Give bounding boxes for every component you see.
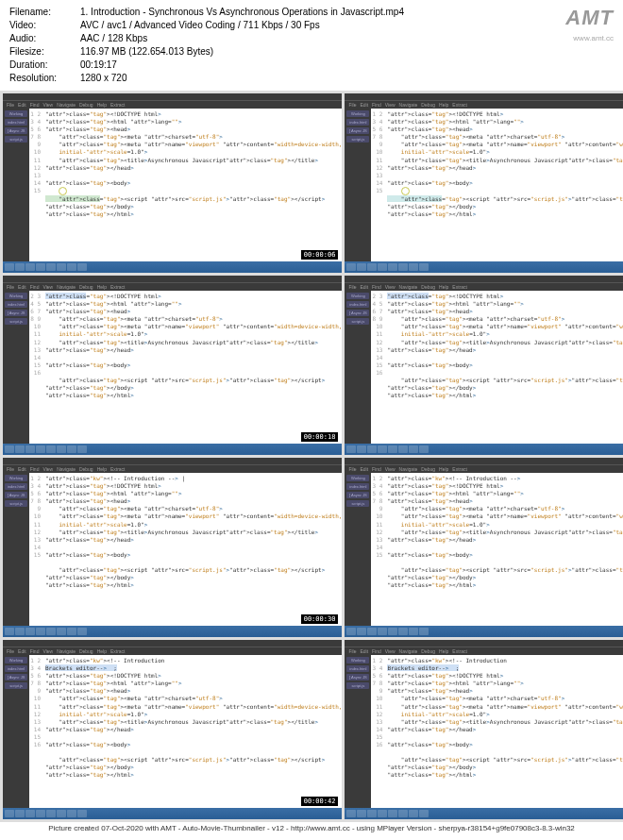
taskbar-icon[interactable] (15, 628, 25, 635)
code-editor[interactable]: 1 2 3 4 5 6 7 8 9 10 11 12 13 14 15 "att… (371, 473, 623, 626)
taskbar-icon[interactable] (378, 628, 387, 635)
menu-item[interactable]: Edit (360, 102, 368, 108)
menu-item[interactable]: Extract (452, 102, 467, 108)
menu-item[interactable]: Find (30, 648, 40, 654)
sidebar-item[interactable]: index.html (346, 483, 369, 490)
menu-item[interactable]: Extract (110, 648, 126, 654)
menu-item[interactable]: File (348, 284, 356, 290)
taskbar-icon[interactable] (378, 263, 387, 271)
sidebar-item[interactable]: index.html (5, 119, 27, 126)
taskbar-icon[interactable] (419, 263, 429, 271)
taskbar-icon[interactable] (357, 445, 366, 453)
taskbar-icon[interactable] (378, 445, 387, 453)
taskbar-icon[interactable] (15, 263, 25, 271)
sidebar-item[interactable]: Working Files (5, 110, 27, 117)
taskbar-icon[interactable] (25, 810, 35, 817)
menu-item[interactable]: Navigate (57, 102, 76, 108)
sidebar-item[interactable]: index.html (5, 483, 27, 490)
taskbar-icon[interactable] (419, 445, 429, 453)
menu-item[interactable]: Extract (110, 466, 126, 472)
taskbar-icon[interactable] (398, 263, 408, 271)
code-editor[interactable]: 1 2 3 4 5 6 7 8 9 10 11 12 13 14 15 16 "… (371, 655, 623, 808)
menu-item[interactable]: File (7, 648, 14, 654)
menu-item[interactable]: Edit (18, 102, 26, 108)
menu-item[interactable]: Navigate (399, 284, 418, 290)
sidebar-item[interactable]: Working Files (346, 293, 369, 299)
taskbar-icon[interactable] (388, 628, 397, 635)
menu-item[interactable]: Find (372, 102, 381, 108)
menu-item[interactable]: Extract (110, 284, 126, 290)
menu-item[interactable]: Debug (421, 466, 435, 472)
menu-item[interactable]: Edit (18, 648, 26, 654)
menu-item[interactable]: Find (30, 102, 40, 108)
sidebar-item[interactable]: [ Async JS Code ] (5, 127, 27, 134)
menu-item[interactable]: Find (372, 466, 381, 472)
taskbar-icon[interactable] (57, 263, 66, 271)
sidebar-item[interactable]: [ Async JS Code ] (346, 492, 369, 498)
sidebar-item[interactable]: [ Async JS Code ] (5, 492, 27, 498)
taskbar-icon[interactable] (36, 810, 45, 817)
code-editor[interactable]: 2 3 4 5 6 7 8 9 10 11 12 13 14 15 16 "at… (371, 291, 623, 444)
taskbar-icon[interactable] (25, 445, 35, 453)
taskbar-icon[interactable] (398, 628, 408, 635)
taskbar-icon[interactable] (367, 810, 377, 817)
taskbar-icon[interactable] (367, 628, 377, 635)
menu-item[interactable]: Navigate (399, 466, 418, 472)
taskbar-icon[interactable] (15, 810, 25, 817)
menu-item[interactable]: Find (372, 284, 381, 290)
sidebar-item[interactable]: Working Files (346, 657, 369, 664)
taskbar-icon[interactable] (346, 628, 356, 635)
sidebar-item[interactable]: index.html (5, 301, 27, 308)
sidebar-item[interactable]: [ Async JS Code ] (5, 674, 27, 680)
sidebar-item[interactable]: index.html (346, 119, 369, 126)
menu-item[interactable]: View (42, 466, 53, 472)
taskbar-icon[interactable] (77, 445, 87, 453)
menu-item[interactable]: Extract (452, 466, 467, 472)
taskbar-icon[interactable] (57, 445, 66, 453)
taskbar-icon[interactable] (46, 628, 56, 635)
taskbar-icon[interactable] (5, 810, 14, 817)
taskbar-icon[interactable] (409, 810, 418, 817)
sidebar-item[interactable]: Working Files (346, 110, 369, 117)
taskbar-icon[interactable] (46, 263, 56, 271)
menu-item[interactable]: Find (372, 648, 381, 654)
menu-item[interactable]: Find (30, 284, 40, 290)
menu-item[interactable]: Navigate (57, 466, 76, 472)
taskbar-icon[interactable] (346, 810, 356, 817)
taskbar-icon[interactable] (46, 445, 56, 453)
menu-item[interactable]: View (385, 102, 396, 108)
menu-item[interactable]: File (7, 284, 14, 290)
taskbar-icon[interactable] (67, 810, 76, 817)
menu-item[interactable]: File (348, 466, 356, 472)
taskbar-icon[interactable] (388, 263, 397, 271)
menu-item[interactable]: Debug (421, 648, 435, 654)
menu-item[interactable]: View (385, 466, 396, 472)
taskbar-icon[interactable] (367, 263, 377, 271)
menu-item[interactable]: Extract (452, 284, 467, 290)
taskbar-icon[interactable] (367, 445, 377, 453)
menu-item[interactable]: Extract (452, 648, 467, 654)
taskbar-icon[interactable] (15, 445, 25, 453)
menu-item[interactable]: Help (439, 284, 448, 290)
menu-item[interactable]: Help (97, 284, 107, 290)
taskbar-icon[interactable] (25, 628, 35, 635)
taskbar-icon[interactable] (346, 263, 356, 271)
taskbar-icon[interactable] (388, 810, 397, 817)
sidebar-item[interactable]: index.html (346, 665, 369, 672)
menu-item[interactable]: Help (439, 466, 448, 472)
taskbar-icon[interactable] (5, 445, 14, 453)
sidebar-item[interactable]: script.js (5, 682, 27, 689)
sidebar-item[interactable]: [ Async JS Code ] (346, 674, 369, 680)
menu-item[interactable]: Navigate (57, 648, 76, 654)
sidebar-item[interactable]: Working Files (5, 657, 27, 664)
menu-item[interactable]: Edit (18, 466, 26, 472)
code-editor[interactable]: 1 2 3 4 5 6 7 8 9 10 11 12 13 14 15 16 "… (29, 655, 342, 808)
code-editor[interactable]: 2 3 4 5 6 7 8 9 10 11 12 13 14 15 16 "at… (29, 291, 342, 444)
sidebar-item[interactable]: script.js (5, 318, 27, 325)
menu-item[interactable]: Help (97, 466, 107, 472)
taskbar-icon[interactable] (357, 810, 366, 817)
menu-item[interactable]: Debug (79, 102, 93, 108)
taskbar-icon[interactable] (67, 263, 76, 271)
taskbar-icon[interactable] (77, 628, 87, 635)
taskbar-icon[interactable] (36, 628, 45, 635)
